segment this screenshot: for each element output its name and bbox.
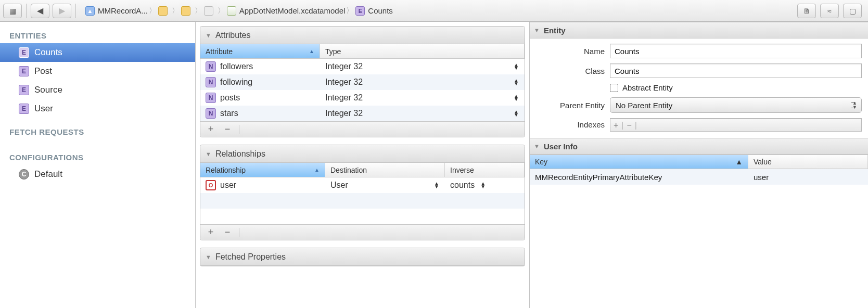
file-inspector-tab[interactable]: 🗎	[797, 4, 816, 18]
attributes-panel-footer: + −	[200, 121, 525, 137]
attribute-n-icon: N	[206, 108, 216, 119]
breadcrumb-label: AppDotNetModel.xcdatamodel	[239, 6, 345, 15]
disclosure-triangle-icon: ▼	[206, 32, 211, 38]
stepper-icon[interactable]: ▲▼	[513, 110, 519, 117]
sort-ascending-icon: ▲	[314, 167, 320, 173]
attribute-name: stars	[220, 109, 238, 118]
attributes-table-header: Attribute▲ Type	[200, 44, 525, 59]
relationships-panel-header[interactable]: ▼Relationships	[200, 145, 525, 163]
attribute-column-header[interactable]: Attribute▲	[200, 44, 320, 58]
sidebar-item-configuration-default[interactable]: CDefault	[0, 165, 195, 184]
attribute-name: following	[220, 78, 252, 87]
add-relationship-button[interactable]: +	[206, 227, 216, 238]
separator	[239, 125, 239, 134]
relationships-table-body: Ouser User▲▼ counts▲▼	[200, 177, 525, 224]
section-title: User Info	[544, 142, 578, 151]
entity-name-input[interactable]	[610, 44, 862, 58]
nav-back-button[interactable]: ◀	[31, 4, 49, 18]
add-attribute-button[interactable]: +	[206, 124, 216, 135]
fetched-properties-panel-header[interactable]: ▼Fetched Properties	[200, 248, 525, 266]
datamodel-icon	[227, 6, 236, 16]
breadcrumb-project[interactable]: ▲MMRecordA...	[80, 4, 153, 18]
disclosure-triangle-icon: ▼	[206, 254, 211, 260]
stepper-icon[interactable]: ▲▼	[513, 63, 519, 70]
destination-column-header[interactable]: Destination	[325, 163, 445, 177]
breadcrumb-label: Counts	[368, 6, 393, 15]
table-row[interactable]: Ouser User▲▼ counts▲▼	[200, 177, 525, 193]
breadcrumb-folder[interactable]	[176, 4, 199, 18]
userinfo-key-column[interactable]: Key▲	[530, 155, 748, 169]
folder-icon	[158, 6, 168, 16]
entity-icon: E	[19, 85, 29, 95]
sidebar-item-source[interactable]: ESource	[0, 81, 195, 99]
separator	[26, 4, 27, 18]
sidebar-item-label: Default	[34, 169, 62, 179]
breadcrumb-entity[interactable]: ECounts	[350, 4, 398, 18]
userinfo-value-column[interactable]: Value	[748, 155, 868, 169]
sidebar-item-post[interactable]: EPost	[0, 62, 195, 81]
abstract-entity-checkbox[interactable]	[610, 84, 618, 92]
relationship-destination: User	[330, 181, 348, 190]
separator	[75, 4, 76, 18]
datamodel-inspector-tab[interactable]: ▢	[843, 4, 862, 18]
userinfo-section-header[interactable]: ▼User Info	[530, 138, 868, 155]
table-row[interactable]: MMRecordEntityPrimaryAttributeKey user	[530, 169, 868, 185]
userinfo-table-body: MMRecordEntityPrimaryAttributeKey user	[530, 169, 868, 200]
remove-relationship-button[interactable]: −	[222, 227, 233, 238]
sidebar-item-label: Post	[34, 66, 52, 76]
remove-index-button[interactable]: −	[627, 121, 632, 130]
nav-forward-button[interactable]: ▶	[53, 4, 71, 18]
breadcrumb-folder[interactable]	[153, 4, 176, 18]
attribute-n-icon: N	[206, 93, 216, 103]
attribute-name: followers	[220, 62, 253, 71]
attributes-table-body: Nfollowers Integer 32▲▼ Nfollowing Integ…	[200, 59, 525, 121]
toolbar: ◀ ▶ ▲MMRecordA... AppDotNetModel.xcdatam…	[0, 0, 868, 22]
quickhelp-inspector-tab[interactable]: ≈	[820, 4, 839, 18]
parent-entity-select[interactable]: No Parent Entity ▲▼	[610, 97, 862, 113]
attributes-panel-header[interactable]: ▼Attributes	[200, 27, 525, 44]
table-row[interactable]: Nposts Integer 32▲▼	[200, 90, 525, 106]
attribute-type: Integer 32	[325, 93, 363, 102]
entity-section-header[interactable]: ▼Entity	[530, 22, 868, 38]
table-row-empty	[200, 209, 525, 224]
breadcrumb-model[interactable]: AppDotNetModel.xcdatamodel	[222, 4, 350, 18]
abstract-entity-checkbox-wrap: Abstract Entity	[610, 83, 673, 92]
entities-heading: ENTITIES	[0, 28, 195, 43]
sidebar-item-counts[interactable]: ECounts	[0, 43, 195, 62]
entity-icon: E	[19, 104, 29, 114]
userinfo-table-header: Key▲ Value	[530, 155, 868, 169]
remove-attribute-button[interactable]: −	[222, 124, 233, 135]
breadcrumb: ▲MMRecordA... AppDotNetModel.xcdatamodel…	[80, 4, 794, 18]
table-row[interactable]: Nfollowers Integer 32▲▼	[200, 59, 525, 74]
userinfo-key: MMRecordEntityPrimaryAttributeKey	[535, 173, 662, 182]
stepper-icon[interactable]: ▲▼	[433, 182, 440, 188]
breadcrumb-file[interactable]	[199, 4, 222, 18]
panel-title: Attributes	[215, 31, 251, 40]
add-index-button[interactable]: +	[614, 121, 618, 130]
separator: |	[621, 121, 623, 130]
fetched-properties-panel: ▼Fetched Properties	[200, 248, 525, 266]
attribute-type: Integer 32	[325, 62, 363, 71]
inspector: ▼Entity Name Class Abstract Entity	[530, 22, 868, 308]
class-label: Class	[536, 67, 605, 75]
name-label: Name	[536, 47, 605, 56]
sidebar-item-label: Counts	[34, 47, 62, 58]
type-column-header[interactable]: Type	[320, 44, 525, 58]
inverse-column-header[interactable]: Inverse	[445, 163, 525, 177]
stepper-icon[interactable]: ▲▼	[480, 182, 486, 188]
indexes-toolbar: + | − |	[610, 119, 862, 132]
entity-class-input[interactable]	[610, 63, 862, 78]
separator: |	[635, 121, 637, 130]
stepper-icon[interactable]: ▲▼	[513, 95, 519, 101]
related-items-button[interactable]	[3, 4, 22, 18]
table-row[interactable]: Nstars Integer 32▲▼	[200, 106, 525, 121]
stepper-icon[interactable]: ▲▼	[513, 79, 519, 85]
inspector-tabs: 🗎 ≈ ▢	[797, 4, 862, 18]
relationship-name: user	[220, 181, 236, 190]
table-row[interactable]: Nfollowing Integer 32▲▼	[200, 74, 525, 90]
folder-icon	[181, 6, 190, 16]
sidebar-item-user[interactable]: EUser	[0, 99, 195, 118]
relationship-column-header[interactable]: Relationship▲	[200, 163, 325, 177]
entity-icon: E	[355, 6, 365, 16]
relationship-inverse: counts	[450, 181, 475, 190]
